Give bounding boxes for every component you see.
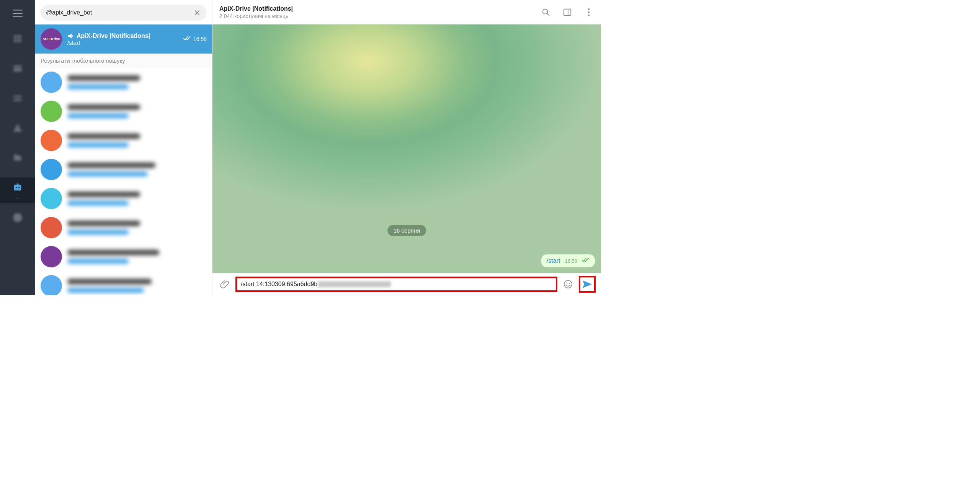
message-input[interactable]: /start 14:130309:695a6dd9b: [241, 281, 391, 288]
redacted-token: [318, 281, 391, 287]
avatar: APIXDrive: [41, 28, 62, 50]
svg-rect-1: [564, 9, 571, 15]
chat-list: APIXDrive ApiX-Drive |Notifications| /st…: [35, 24, 212, 295]
emoji-icon: [564, 280, 573, 289]
chat-subtitle: /start: [67, 39, 178, 46]
search-in-chat-button[interactable]: [541, 7, 551, 18]
chat-header: ApiX-Drive |Notifications| 2 044 користу…: [212, 0, 601, 24]
svg-point-4: [588, 14, 590, 16]
outgoing-message[interactable]: /start 16:58: [541, 254, 595, 267]
message-input-highlight[interactable]: /start 14:130309:695a6dd9b: [235, 277, 557, 292]
chat-time: 16:58: [193, 36, 207, 42]
svg-point-6: [567, 283, 568, 284]
megaphone-icon: [67, 33, 74, 39]
chat-item-selected[interactable]: APIXDrive ApiX-Drive |Notifications| /st…: [35, 24, 212, 54]
chat-item-result[interactable]: [35, 271, 212, 295]
global-search-header: Результати глобального пошуку: [35, 54, 212, 68]
message-text: /start: [547, 257, 560, 264]
svg-point-3: [588, 11, 590, 13]
chat-item-result[interactable]: [35, 242, 212, 271]
chat-item-result[interactable]: [35, 97, 212, 126]
rail-item-3[interactable]: ·: [0, 88, 35, 113]
hamburger-icon: [13, 10, 23, 17]
search-input[interactable]: [46, 9, 193, 16]
rail-item-2[interactable]: ·: [0, 58, 35, 83]
messages-area: 16 серпня /start 16:58: [212, 24, 601, 273]
svg-point-2: [588, 8, 590, 10]
chat-item-result[interactable]: [35, 126, 212, 155]
chat-list-panel: APIXDrive ApiX-Drive |Notifications| /st…: [35, 0, 212, 295]
rail-item-4[interactable]: ·: [0, 118, 35, 143]
clear-search-button[interactable]: [193, 8, 201, 17]
chat-item-result[interactable]: [35, 155, 212, 184]
sidepanel-icon: [563, 8, 572, 16]
more-vertical-icon: [588, 8, 590, 16]
chat-pane: ApiX-Drive |Notifications| 2 044 користу…: [212, 0, 601, 295]
rail-item-7[interactable]: ·: [0, 207, 35, 233]
search-box[interactable]: [41, 5, 207, 21]
message-time: 16:58: [565, 258, 577, 264]
composer: /start 14:130309:695a6dd9b: [212, 273, 601, 295]
paperclip-icon: [220, 280, 229, 289]
chat-header-title: ApiX-Drive |Notifications|: [219, 5, 530, 12]
read-checks-icon: [582, 257, 590, 264]
chat-header-subtitle: 2 044 користувачі на місяць: [219, 13, 530, 19]
svg-point-7: [569, 283, 570, 284]
close-icon: [194, 10, 200, 16]
rail-item-active[interactable]: ·: [0, 177, 35, 203]
send-button-highlight[interactable]: [579, 276, 596, 293]
rail-item-5[interactable]: ·: [0, 148, 35, 173]
attach-button[interactable]: [219, 279, 230, 290]
chat-title: ApiX-Drive |Notifications|: [77, 33, 150, 39]
app-rail: · · · · · · ·: [0, 0, 35, 295]
chat-item-result[interactable]: [35, 184, 212, 213]
rail-item-1[interactable]: ·: [0, 28, 35, 54]
chat-item-result[interactable]: [35, 68, 212, 97]
emoji-button[interactable]: [563, 279, 573, 290]
svg-point-5: [564, 280, 572, 288]
send-icon: [582, 280, 593, 289]
read-checks-icon: [183, 36, 191, 42]
more-button[interactable]: [583, 7, 594, 18]
search-icon: [542, 8, 550, 16]
bot-icon: [12, 182, 23, 193]
chat-item-result[interactable]: [35, 213, 212, 242]
date-separator: 16 серпня: [387, 225, 426, 236]
menu-button[interactable]: [0, 3, 35, 24]
sidepanel-button[interactable]: [562, 7, 573, 18]
